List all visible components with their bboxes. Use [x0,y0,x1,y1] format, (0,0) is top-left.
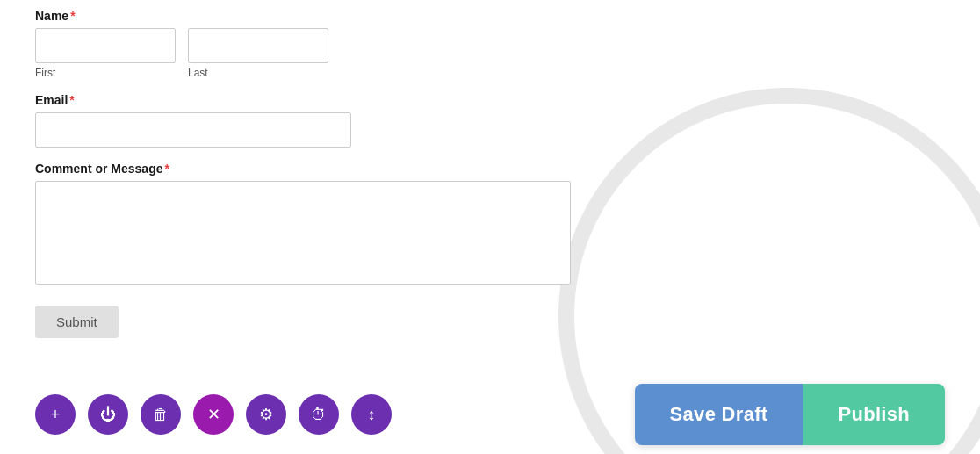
clock-icon-button[interactable]: ⏱ [299,394,339,435]
last-name-input[interactable] [188,28,328,63]
email-label-text: Email [35,93,68,107]
power-icon: ⏻ [100,406,116,424]
name-inputs-row [35,28,615,63]
sort-icon: ↕ [368,406,376,424]
name-label-text: Name [35,9,68,23]
close-icon: ✕ [207,405,220,424]
first-name-input[interactable] [35,28,176,63]
message-label: Comment or Message* [35,162,615,176]
power-icon-button[interactable]: ⏻ [88,394,128,435]
name-sub-labels: First Last [35,67,615,79]
email-label: Email* [35,93,615,107]
plus-icon: + [51,406,61,424]
close-icon-button[interactable]: ✕ [193,394,234,435]
bottom-toolbar: + ⏻ 🗑 ✕ ⚙ ⏱ ↕ Save Draft Publish [0,384,980,445]
gear-icon-button[interactable]: ⚙ [246,394,286,435]
first-sub-label: First [35,67,176,79]
add-icon-button[interactable]: + [35,394,76,435]
name-field-group: Name* First Last [35,9,615,79]
publish-button[interactable]: Publish [803,384,945,445]
sort-icon-button[interactable]: ↕ [351,394,392,435]
toolbar-icons: + ⏻ 🗑 ✕ ⚙ ⏱ ↕ [35,394,392,435]
contact-form: Name* First Last Email* Comment or Messa… [35,9,615,338]
action-buttons: Save Draft Publish [635,384,945,445]
message-required-star: * [164,162,169,176]
gear-icon: ⚙ [259,405,273,424]
trash-icon: 🗑 [153,406,169,424]
trash-icon-button[interactable]: 🗑 [141,394,181,435]
email-required-star: * [69,93,74,107]
message-field-group: Comment or Message* [35,162,615,288]
name-label: Name* [35,9,615,23]
clock-icon: ⏱ [311,406,327,424]
email-input[interactable] [35,112,351,148]
message-textarea[interactable] [35,181,571,285]
save-draft-button[interactable]: Save Draft [635,384,803,445]
submit-button[interactable]: Submit [35,306,119,338]
last-sub-label: Last [188,67,208,79]
name-required-star: * [70,9,75,23]
email-field-group: Email* [35,93,615,148]
message-label-text: Comment or Message [35,162,162,176]
